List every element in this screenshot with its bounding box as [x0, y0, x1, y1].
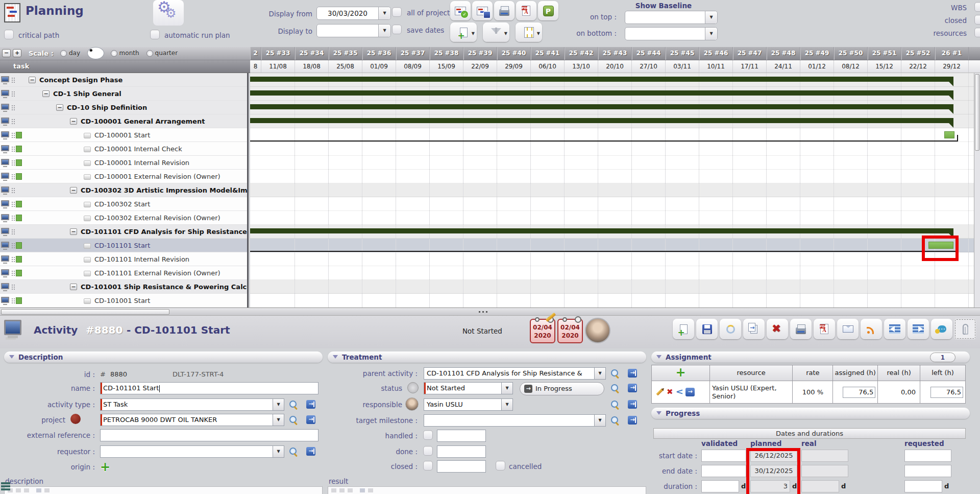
chevron-down-icon[interactable]: ▼: [705, 28, 717, 40]
goto-icon[interactable]: [628, 384, 637, 392]
gantt-chart-row[interactable]: [250, 197, 974, 211]
scale-option-quarter[interactable]: quarter: [146, 50, 178, 57]
all-of-project-checkbox[interactable]: [392, 7, 402, 17]
gantt-validate-button[interactable]: [450, 1, 471, 20]
gantt-chart-row[interactable]: [250, 73, 974, 87]
gantt-chart-row[interactable]: [250, 183, 974, 197]
collapse-toggle[interactable]: −: [70, 118, 77, 125]
add-origin-icon[interactable]: +: [100, 462, 110, 472]
task-tree-row[interactable]: −CD-101101 CFD Analysis for Ship Resista…: [0, 225, 247, 239]
new-button[interactable]: [673, 319, 694, 339]
collapse-toggle[interactable]: −: [42, 90, 50, 97]
display-from-combobox[interactable]: 30/03/2020▼: [316, 7, 391, 20]
add-resource-icon[interactable]: +: [675, 365, 685, 380]
task-tree-row[interactable]: −CD-101001 Ship Resistance & Powering Ca…: [0, 280, 247, 294]
result-editor[interactable]: [328, 486, 646, 494]
splitter-dots-icon[interactable]: [479, 311, 480, 313]
task-tree-row[interactable]: CD-100001 Internal Revision: [0, 156, 247, 170]
columns-button[interactable]: ▼: [516, 22, 542, 42]
drag-handle-icon[interactable]: [12, 257, 13, 258]
task-tree-row[interactable]: CD-101101 External Revision (Owner): [0, 266, 247, 280]
requestor-select[interactable]: [100, 445, 284, 458]
requested-end-date-field[interactable]: [904, 465, 951, 477]
gantt-chart-row[interactable]: [250, 170, 974, 183]
validated-duration-field[interactable]: [701, 480, 739, 492]
drag-handle-icon[interactable]: [12, 105, 13, 106]
gantt-chart-row[interactable]: [250, 252, 974, 266]
mail-button[interactable]: [837, 319, 859, 339]
gantt-chart-row[interactable]: [250, 101, 974, 114]
comment-button[interactable]: [931, 319, 952, 339]
chevron-down-icon[interactable]: ▼: [705, 11, 717, 23]
pdf-button[interactable]: [814, 319, 835, 339]
rss-button[interactable]: [861, 319, 882, 339]
scale-option-month[interactable]: month: [111, 50, 139, 57]
horizontal-scrollbar-thumb[interactable]: [1, 309, 169, 315]
chevron-down-icon[interactable]: ▼: [378, 25, 390, 37]
goto-icon[interactable]: [306, 447, 315, 456]
chevron-down-icon[interactable]: ▼: [504, 31, 507, 36]
vertical-scrollbar-thumb[interactable]: [975, 74, 979, 151]
task-tree-row[interactable]: −Concept Design Phase: [0, 73, 247, 87]
target-milestone-select[interactable]: [424, 414, 606, 427]
chevron-down-icon[interactable]: ▼: [378, 7, 390, 19]
radio-day-icon[interactable]: [60, 50, 67, 57]
validated-end-date-field[interactable]: [701, 465, 746, 477]
collapse-toggle[interactable]: −: [70, 228, 77, 235]
search-icon[interactable]: [611, 369, 619, 378]
gantt-chart-row[interactable]: [250, 128, 974, 142]
radio-week-icon[interactable]: [87, 47, 104, 59]
drag-handle-icon[interactable]: [12, 298, 13, 299]
handled-date-input[interactable]: [437, 430, 486, 442]
scale-option-week[interactable]: week: [87, 50, 104, 57]
gantt-chart-row[interactable]: [250, 239, 974, 252]
drag-handle-icon[interactable]: [12, 216, 13, 217]
name-input[interactable]: CD-101101 Start: [100, 382, 318, 394]
drag-handle-icon[interactable]: [12, 133, 13, 134]
search-icon[interactable]: [611, 416, 619, 425]
task-tree-row[interactable]: −CD-1 Ship General: [0, 87, 247, 101]
baseline-on-top-select[interactable]: ▼: [625, 11, 718, 24]
handled-checkbox[interactable]: [423, 430, 433, 440]
drag-handle-icon[interactable]: [12, 229, 13, 230]
collapse-triangle-icon[interactable]: [656, 411, 662, 415]
drag-handle-icon[interactable]: [12, 91, 13, 92]
ms-project-button[interactable]: [538, 1, 558, 20]
print-button[interactable]: [790, 319, 812, 339]
gantt-chart-row[interactable]: [250, 156, 974, 170]
task-tree-row[interactable]: CD-100302 Start: [0, 197, 247, 211]
pdf-button[interactable]: [516, 1, 536, 20]
horizontal-splitter[interactable]: [0, 308, 980, 316]
drag-handle-icon[interactable]: [12, 160, 13, 161]
baseline-on-bottom-select[interactable]: ▼: [625, 27, 718, 40]
collapse-triangle-icon[interactable]: [656, 355, 662, 359]
drag-handle-icon[interactable]: [12, 147, 13, 148]
collapse-toggle[interactable]: −: [70, 284, 77, 290]
goto-icon[interactable]: [685, 388, 695, 396]
gantt-chart-row[interactable]: [250, 280, 974, 294]
drag-handle-icon[interactable]: [12, 188, 13, 189]
done-checkbox[interactable]: [423, 446, 433, 456]
move-right-button[interactable]: [908, 319, 929, 339]
gantt-chart-row[interactable]: [250, 294, 974, 308]
vertical-scrollbar[interactable]: [974, 73, 980, 308]
radio-quarter-icon[interactable]: [146, 50, 153, 57]
goto-icon[interactable]: [628, 416, 637, 425]
task-tree-row[interactable]: −CD-100302 3D Artistic Impression Model&…: [0, 183, 247, 197]
collapse-toggle[interactable]: −: [70, 187, 77, 194]
goto-icon[interactable]: [306, 400, 315, 409]
run-plan-gears-icon[interactable]: [153, 0, 184, 26]
add-activity-button[interactable]: ▼: [450, 22, 477, 42]
in-progress-transition-button[interactable]: In Progress: [520, 382, 604, 395]
drag-handle-icon[interactable]: [12, 78, 13, 79]
drag-handle-icon[interactable]: [12, 243, 13, 244]
drag-handle-icon[interactable]: [12, 119, 13, 120]
collapse-toggle[interactable]: −: [56, 104, 63, 111]
drag-handle-icon[interactable]: [12, 271, 13, 272]
gantt-save-button[interactable]: [472, 1, 493, 20]
task-tree-row[interactable]: CD-101101 Start: [0, 239, 247, 252]
filter-button[interactable]: ▼: [483, 22, 509, 42]
collapse-triangle-icon[interactable]: [9, 355, 14, 359]
task-tree-row[interactable]: −CD-10 Ship Definition: [0, 101, 247, 114]
done-date-input[interactable]: [437, 445, 486, 458]
